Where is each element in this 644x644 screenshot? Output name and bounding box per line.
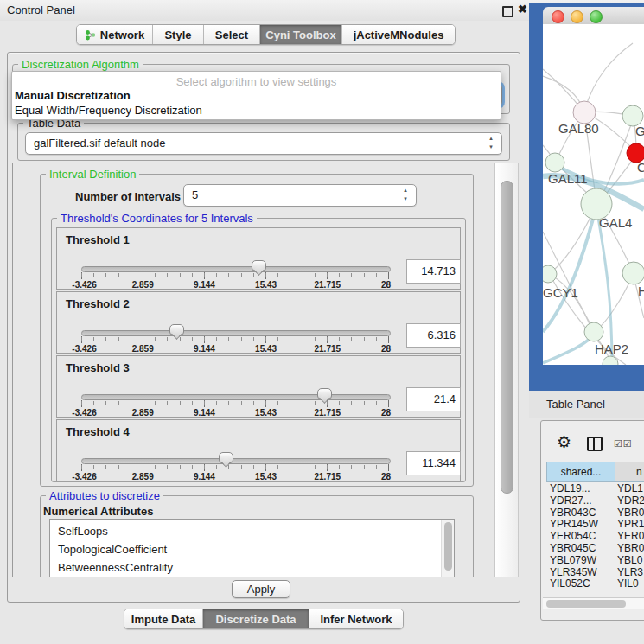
slider-tick-labels: -3.4262.859 9.14415.43 21.71528 xyxy=(81,344,389,354)
network-icon xyxy=(85,29,96,41)
network-graph[interactable] xyxy=(543,24,644,365)
settings-scrollbar-thumb[interactable] xyxy=(501,181,513,494)
select-columns-checkboxes-icon[interactable]: ☑☑ xyxy=(614,438,633,450)
network-window-titlebar[interactable] xyxy=(543,7,644,25)
tab-jactivemnodules[interactable]: jActiveMNodules xyxy=(342,25,455,44)
tab-style[interactable]: Style xyxy=(153,25,204,44)
threshold-4-label: Threshold 4 xyxy=(66,425,130,438)
threshold-2-value-input[interactable]: 6.316 xyxy=(406,323,461,348)
table-row[interactable]: YBR045CYBR0 xyxy=(546,543,644,555)
column-header-shared-name[interactable]: shared... xyxy=(546,462,615,482)
list-item[interactable]: SelfLoops xyxy=(50,522,454,540)
column-header-name[interactable]: n xyxy=(615,462,644,482)
discretization-algorithm-label: Discretization Algorithm xyxy=(18,58,143,71)
threshold-2-label: Threshold 2 xyxy=(66,297,130,310)
tab-infer-network[interactable]: Infer Network xyxy=(309,609,403,628)
algorithm-popup: Select algorithm to view settings Manual… xyxy=(11,71,501,120)
table-panel: ⚙ ☑☑ shared... n YDL19...YDL1 YDR27...YD… xyxy=(540,420,644,621)
table-row[interactable]: YBL079WYBL0 xyxy=(546,555,644,567)
panel-title: Control Panel xyxy=(7,3,75,16)
top-tab-bar: Network Style Select Cyni Toolbox jActiv… xyxy=(76,24,456,45)
numerical-attributes-list[interactable]: SelfLoops TopologicalCoefficient Between… xyxy=(49,519,455,577)
table-data-combo-value: galFiltered.sif default node xyxy=(34,133,482,153)
slider-track[interactable] xyxy=(81,330,391,336)
table-horizontal-scrollbar[interactable] xyxy=(543,597,644,609)
threshold-panel-4: Threshold 4 -3.4262.859 9.14415.43 21.71… xyxy=(56,419,461,481)
table-row[interactable]: YBR043CYBR0 xyxy=(546,507,644,520)
table-row[interactable]: YDR27...YDR2 xyxy=(546,495,644,507)
float-window-icon[interactable] xyxy=(502,6,513,17)
slider-track[interactable] xyxy=(81,458,391,464)
slider-tick-labels: -3.4262.859 9.14415.43 21.71528 xyxy=(81,408,389,418)
close-traffic-light[interactable] xyxy=(552,10,564,23)
interval-definition-label: Interval Definition xyxy=(46,168,139,181)
settings-vertical-scrollbar[interactable] xyxy=(494,163,519,577)
close-icon[interactable]: ✖ xyxy=(518,3,527,16)
attributes-group-label: Attributes to discretize xyxy=(46,489,163,502)
threshold-panel-2: Threshold 2 -3.4262.859 9.14415.43 21.71… xyxy=(56,291,461,354)
threshold-1-label: Threshold 1 xyxy=(66,233,130,246)
popup-option-equal-width[interactable]: Equal Width/Frequency Discretization xyxy=(12,103,501,118)
threshold-panel-3: Threshold 3 -3.4262.859 9.14415.43 21.71… xyxy=(56,355,461,418)
tab-discretize-data-label: Discretize Data xyxy=(215,613,296,626)
thresholds-group: Threshold's Coordinates for 5 Intervals … xyxy=(51,218,466,482)
minimize-traffic-light[interactable] xyxy=(571,10,583,23)
threshold-1-value-input[interactable]: 14.713 xyxy=(406,259,461,284)
list-item[interactable]: TopologicalCoefficient xyxy=(50,540,454,558)
threshold-2-slider[interactable]: -3.4262.859 9.14415.43 21.71528 xyxy=(81,323,389,353)
tab-discretize-data[interactable]: Discretize Data xyxy=(203,609,309,628)
table-row[interactable]: YPR145WYPR1 xyxy=(546,519,644,531)
threshold-3-value-input[interactable]: 21.4 xyxy=(406,387,461,411)
network-desktop: GAL80 GAL11 GAL4 GCY1 HAP2 G C H xyxy=(529,3,644,391)
node-label-gcy1: GCY1 xyxy=(543,285,578,300)
list-item[interactable]: BetweennessCentrality xyxy=(50,558,454,577)
table-row[interactable]: YER054CYER0 xyxy=(546,531,644,543)
attributes-group: Attributes to discretize Numerical Attri… xyxy=(40,495,474,577)
tab-select[interactable]: Select xyxy=(204,25,260,44)
table-data-combo[interactable]: galFiltered.sif default node ▴▾ xyxy=(25,132,502,155)
combo-stepper-icon[interactable]: ▴▾ xyxy=(487,134,495,153)
settings-scroll-area: Interval Definition Number of Intervals … xyxy=(12,163,496,577)
tab-style-label: Style xyxy=(164,29,191,41)
slider-thumb[interactable] xyxy=(317,388,332,399)
slider-thumb[interactable] xyxy=(219,452,233,463)
threshold-4-slider[interactable]: -3.4262.859 9.14415.43 21.71528 xyxy=(81,451,389,481)
threshold-4-value-input[interactable]: 11.344 xyxy=(406,451,461,475)
show-columns-icon[interactable] xyxy=(587,437,603,451)
node-label-gal11: GAL11 xyxy=(548,171,588,186)
node-label-gal80: GAL80 xyxy=(558,121,599,136)
slider-tick-labels: -3.4262.859 9.14415.43 21.71528 xyxy=(81,280,389,290)
interval-definition-group: Interval Definition Number of Intervals … xyxy=(40,174,474,487)
app-root: Control Panel ✖ Network Style Select Cyn… xyxy=(0,0,644,644)
number-of-intervals-combo[interactable]: 5 ▴▾ xyxy=(183,184,417,207)
network-canvas[interactable]: GAL80 GAL11 GAL4 GCY1 HAP2 G C H xyxy=(543,24,644,365)
threshold-3-label: Threshold 3 xyxy=(66,361,130,374)
table-horizontal-scrollbar-thumb[interactable] xyxy=(546,600,626,608)
tab-network[interactable]: Network xyxy=(77,25,153,44)
slider-track[interactable] xyxy=(81,394,391,400)
threshold-3-slider[interactable]: -3.4262.859 9.14415.43 21.71528 xyxy=(81,387,389,417)
list-scrollbar-thumb[interactable] xyxy=(444,522,452,571)
tab-jactivemnodules-label: jActiveMNodules xyxy=(354,29,444,41)
slider-thumb[interactable] xyxy=(169,324,184,335)
table-row[interactable]: YIL052CYIL0 xyxy=(546,578,644,594)
threshold-1-slider[interactable]: -3.4262.859 9.14415.43 21.71528 xyxy=(81,259,389,289)
list-scrollbar[interactable] xyxy=(441,520,454,577)
maximize-traffic-light[interactable] xyxy=(590,10,603,23)
table-panel-titlebar: Table Panel xyxy=(529,391,644,418)
node-label-partial-g: G xyxy=(635,124,644,138)
slider-thumb[interactable] xyxy=(252,260,266,271)
combo-stepper-icon[interactable]: ▴▾ xyxy=(401,186,410,205)
node-label-partial-h: H xyxy=(638,284,644,298)
table-row[interactable]: YDL19...YDL1 xyxy=(546,483,644,495)
gear-icon[interactable]: ⚙ xyxy=(557,432,571,452)
tab-impute-data[interactable]: Impute Data xyxy=(124,609,203,628)
slider-minor-ticks xyxy=(81,273,388,277)
table-data-group: Table Data galFiltered.sif default node … xyxy=(17,123,510,161)
slider-track[interactable] xyxy=(81,266,391,272)
table-row[interactable]: YLR345WYLR3 xyxy=(546,567,644,579)
apply-button[interactable]: Apply xyxy=(232,580,290,598)
tab-cyni-toolbox[interactable]: Cyni Toolbox xyxy=(260,25,342,44)
popup-option-manual-discretization[interactable]: Manual Discretization xyxy=(12,88,501,103)
tab-network-label: Network xyxy=(100,29,144,41)
